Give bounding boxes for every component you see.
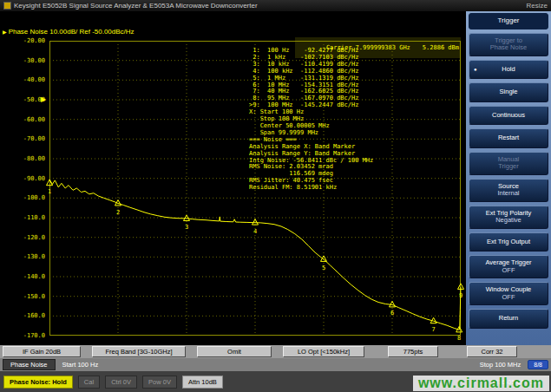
phase-noise-plot: ▶ Phase Noise 10.00dB/ Ref -50.00dBc/Hz … — [0, 11, 466, 345]
y-axis-tick-label: -100.0 — [23, 194, 45, 201]
status-phase-noise-hold[interactable]: Phase Noise: Hold — [3, 376, 73, 389]
softkey-restart[interactable]: Restart — [469, 128, 548, 148]
app-icon — [3, 2, 11, 10]
marker-number: 9 — [459, 292, 462, 299]
app-window: Keysight E5052B Signal Source Analyzer &… — [0, 0, 551, 392]
resize-button[interactable]: Resize — [527, 2, 548, 10]
y-axis-tick-label: -170.0 — [23, 332, 45, 339]
freq-band-button[interactable]: Freq Band [3G-10GHz] — [92, 346, 186, 357]
y-axis-tick-label: -160.0 — [23, 312, 45, 319]
y-axis-tick-label: -120.0 — [23, 234, 45, 241]
marker-number: 1 — [48, 188, 51, 195]
selected-bullet-icon: ● — [474, 66, 477, 74]
y-axis-tick-label: -90.00 — [23, 175, 45, 182]
y-axis-labels: -20.00-30.00-40.00-50.00-60.00-70.00-80.… — [0, 41, 47, 336]
softkey-manual-trigger: ManualTrigger — [469, 152, 548, 175]
marker-number: 3 — [185, 224, 188, 231]
y-axis-tick-label: -40.00 — [23, 76, 45, 83]
y-axis-tick-label: -20.00 — [23, 37, 45, 44]
trace-header: ▶ Phase Noise 10.00dB/ Ref -50.00dBc/Hz — [3, 28, 134, 36]
title-bar: Keysight E5052B Signal Source Analyzer &… — [0, 0, 551, 11]
measurement-settings-bar: IF Gain 20dB Freq Band [3G-10GHz] Omit L… — [0, 345, 551, 358]
softkey-single[interactable]: Single — [469, 82, 548, 102]
watermark: www.cirmall.com — [413, 376, 549, 391]
sweep-stop-label: Stop 100 MHz — [480, 361, 521, 369]
marker-number: 4 — [253, 228, 257, 235]
softkey-hold[interactable]: ●Hold — [469, 60, 548, 80]
marker-number: 5 — [322, 265, 325, 271]
trace-scale-label: Phase Noise 10.00dB/ Ref -50.00dBc/Hz — [9, 28, 134, 36]
marker-number: 2 — [116, 209, 120, 216]
points-button[interactable]: 775pts — [388, 346, 438, 357]
softkey-continuous[interactable]: Continuous — [469, 106, 548, 126]
y-axis-tick-label: -60.00 — [23, 116, 45, 123]
status-attn[interactable]: Attn 10dB — [182, 376, 223, 389]
lo-opt-button[interactable]: LO Opt [<150kHz] — [283, 346, 364, 357]
y-axis-tick-label: -130.0 — [23, 253, 45, 260]
marker-number: 7 — [431, 326, 435, 333]
marker-triangle-icon[interactable] — [321, 256, 327, 262]
status-ctrl[interactable]: Ctrl 0V — [105, 376, 137, 389]
if-gain-button[interactable]: IF Gain 20dB — [3, 346, 81, 357]
sweep-start-label: Start 100 Hz — [62, 361, 99, 369]
softkey-window-couple[interactable]: Window CoupleOFF — [469, 282, 548, 305]
softkey-trigger-to-phase-noise: Trigger toPhase Noise — [469, 33, 548, 56]
window-title: Keysight E5052B Signal Source Analyzer &… — [14, 2, 258, 10]
readout-line: Residual FM: 8.51901 kHz — [249, 185, 373, 192]
softkey-ext-trig-polarity[interactable]: Ext Trig PolarityNegative — [469, 206, 548, 229]
marker-readout: 1: 100 Hz -92.4277 dBc/Hz 2: 1 kHz -102.… — [249, 48, 373, 192]
y-axis-tick-label: -70.00 — [23, 135, 45, 142]
ref-level-marker-icon: ▶ — [41, 96, 46, 103]
page-indicator[interactable]: 8/8 — [528, 360, 548, 369]
phase-noise-trace — [49, 180, 461, 330]
y-axis-tick-label: -110.0 — [23, 214, 45, 221]
softkey-menu: Trigger Trigger toPhase Noise ●Hold Sing… — [466, 11, 551, 345]
marker-number: 8 — [457, 335, 461, 342]
softkey-ext-trig-output[interactable]: Ext Trig Output — [469, 232, 548, 252]
status-cal[interactable]: Cal — [78, 376, 100, 389]
softkey-source[interactable]: SourceInternal — [469, 179, 548, 202]
trace-arrow-icon: ▶ — [3, 29, 7, 35]
y-axis-tick-label: -150.0 — [23, 293, 45, 300]
correlation-button[interactable]: Corr 32 — [467, 346, 517, 357]
softkey-menu-title: Trigger — [469, 13, 548, 29]
trace-tab-phase-noise[interactable]: Phase Noise — [3, 359, 56, 370]
sweep-range-bar: Phase Noise Start 100 Hz Stop 100 MHz 8/… — [0, 358, 551, 371]
softkey-average-trigger[interactable]: Average TriggerOFF — [469, 255, 548, 278]
omit-button[interactable]: Omit — [197, 346, 272, 357]
marker-number: 6 — [390, 310, 394, 317]
status-pow[interactable]: Pow 0V — [142, 376, 177, 389]
y-axis-tick-label: -30.00 — [23, 57, 45, 64]
y-axis-tick-label: -80.00 — [23, 155, 45, 162]
y-axis-tick-label: -140.0 — [23, 273, 45, 280]
softkey-return[interactable]: Return — [469, 309, 548, 329]
